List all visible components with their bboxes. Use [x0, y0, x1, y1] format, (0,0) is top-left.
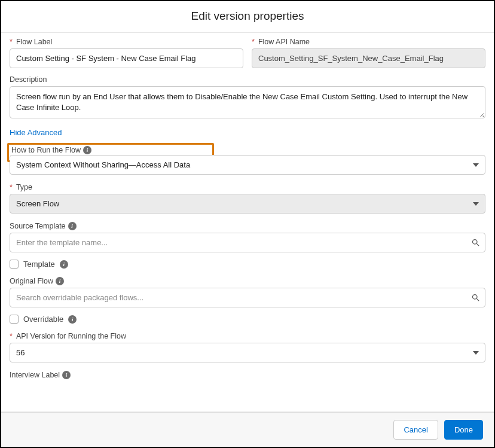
source-template-label-text: Source Template [10, 222, 66, 230]
chevron-down-icon [473, 202, 479, 206]
form-body: Flow Label Flow API Name Description Scr… [1, 33, 494, 406]
how-to-run-value: System Context Without Sharing—Access Al… [16, 160, 467, 169]
info-icon[interactable] [56, 277, 64, 285]
api-version-select[interactable]: 56 [10, 343, 485, 362]
svg-line-3 [476, 298, 479, 301]
description-label: Description [10, 75, 485, 84]
flow-api-name-input [252, 48, 485, 68]
hide-advanced-link[interactable]: Hide Advanced [10, 128, 62, 137]
chevron-down-icon [473, 163, 479, 167]
type-value: Screen Flow [16, 199, 467, 208]
api-version-label: API Version for Running the Flow [10, 332, 485, 340]
done-button[interactable]: Done [444, 420, 483, 440]
svg-point-2 [472, 295, 477, 300]
template-checkbox-label: Template [23, 260, 55, 269]
modal-scroll-area[interactable]: Flow Label Flow API Name Description Scr… [1, 32, 494, 412]
info-icon[interactable] [68, 315, 77, 324]
type-select[interactable]: Screen Flow [10, 194, 485, 214]
cancel-button[interactable]: Cancel [393, 420, 438, 440]
original-flow-label: Original Flow [10, 277, 485, 285]
template-checkbox[interactable] [10, 260, 19, 269]
flow-label-input[interactable] [10, 48, 243, 68]
source-template-search[interactable] [10, 233, 485, 252]
original-flow-input[interactable] [10, 288, 485, 307]
interview-label-label-text: Interview Label [10, 371, 60, 379]
api-version-value: 56 [16, 348, 467, 357]
info-icon[interactable] [68, 222, 77, 230]
overridable-checkbox-label: Overridable [23, 315, 63, 324]
info-icon[interactable] [62, 371, 71, 379]
source-template-input[interactable] [10, 233, 485, 252]
how-to-run-select[interactable]: System Context Without Sharing—Access Al… [10, 155, 485, 175]
type-label: Type [10, 183, 485, 191]
original-flow-label-text: Original Flow [10, 277, 53, 285]
chevron-down-icon [473, 351, 479, 355]
search-icon [470, 293, 480, 303]
info-icon[interactable] [60, 260, 68, 269]
description-textarea[interactable]: Screen flow run by an End User that allo… [10, 86, 485, 118]
interview-label-label: Interview Label [10, 371, 485, 379]
search-icon [470, 238, 480, 248]
source-template-label: Source Template [10, 222, 485, 230]
svg-line-1 [476, 243, 479, 246]
modal-title: Edit version properties [1, 1, 494, 32]
overridable-checkbox[interactable] [10, 315, 19, 324]
flow-api-name-label: Flow API Name [252, 38, 485, 46]
modal-footer: Cancel Done [1, 412, 494, 447]
flow-label-label: Flow Label [10, 38, 243, 46]
original-flow-search[interactable] [10, 288, 485, 307]
svg-point-0 [472, 240, 477, 245]
